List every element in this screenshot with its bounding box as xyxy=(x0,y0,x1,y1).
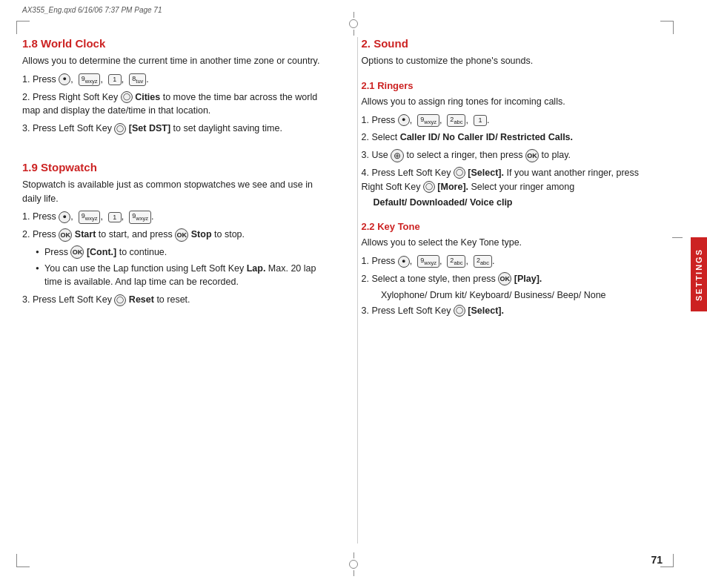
ok-key-1: OK xyxy=(59,228,72,242)
right-soft-key-2: ◯ xyxy=(423,181,435,193)
binding-mark-bottom xyxy=(349,552,358,576)
left-soft-key-1: ◯ xyxy=(114,123,126,135)
side-decorative-lines xyxy=(672,237,683,241)
step-1-8-2: 2. Press Right Soft Key ◯ Cities to move… xyxy=(22,90,324,119)
section-2-2-steps: 1. Press ●, 9wxyz, 2abc, 2abc. 2. Select… xyxy=(362,254,663,317)
key-2abc-3: 2abc xyxy=(474,255,492,268)
key-2abc-2: 2abc xyxy=(447,255,465,268)
step-2-2-3: 3. Press Left Soft Key ◯ [Select]. xyxy=(362,304,663,318)
corner-mark-tr xyxy=(660,21,674,34)
main-content: 1.8 World Clock Allows you to determine … xyxy=(22,37,663,544)
section-1-9-description: Stopwatch is available just as common st… xyxy=(22,178,324,206)
step-2-1-3: 3. Use to select a ringer, then press OK… xyxy=(362,148,663,162)
key-8tuv-1: 8tuv xyxy=(129,73,146,86)
bullet-1-9-2: You can use the Lap function using Left … xyxy=(36,262,324,290)
key-9wxyz-1: 9wxyz xyxy=(79,73,101,86)
section-2-1-steps: 1. Press ●, 9wxyz, 2abc, 1. 2. Select Ca… xyxy=(362,113,663,208)
section-1-8-title: 1.8 World Clock xyxy=(22,37,324,50)
menu-key-2: ● xyxy=(59,211,70,223)
step-2-1-4: 4. Press Left Soft Key ◯ [Select]. If yo… xyxy=(362,166,663,194)
page-header: AX355_Eng.qxd 6/16/06 7:37 PM Page 71 xyxy=(22,6,162,14)
left-soft-key-4: ◯ xyxy=(454,305,465,317)
corner-mark-tl xyxy=(16,21,30,34)
left-soft-key-3: ◯ xyxy=(454,167,465,179)
section-1-8-description: Allows you to determine the current time… xyxy=(22,54,324,68)
menu-key-1: ● xyxy=(59,73,70,85)
corner-mark-bl xyxy=(16,554,30,567)
step-1-9-1: 1. Press ●, 9wxyz, 1, 9wxyz. xyxy=(22,210,324,224)
section-1-9-title: 1.9 Stopwatch xyxy=(22,161,324,174)
section-2-1-description: Allows you to assign ring tones for inco… xyxy=(362,95,663,109)
step-2-1-2: 2. Select Caller ID/ No Caller ID/ Restr… xyxy=(362,131,663,145)
left-column: 1.8 World Clock Allows you to determine … xyxy=(22,37,335,544)
key-9wxyz-5: 9wxyz xyxy=(417,255,439,268)
step-1-8-1: 1. Press ●, 9wxyz, 1, 8tuv. xyxy=(22,73,324,87)
menu-key-3: ● xyxy=(398,114,410,126)
step-2-1-1: 1. Press ●, 9wxyz, 2abc, 1. xyxy=(362,113,663,128)
key-1-2: 1 xyxy=(108,212,122,223)
step-2-2-1: 1. Press ●, 9wxyz, 2abc, 2abc. xyxy=(362,254,663,268)
page-number: 71 xyxy=(651,554,663,566)
step-2-2-2: 2. Select a tone style, then press OK [P… xyxy=(362,272,663,286)
ok-key-3: OK xyxy=(70,245,84,259)
section-2-2-description: Allows you to select the Key Tone type. xyxy=(362,236,663,250)
ok-key-5: OK xyxy=(498,272,511,285)
bullet-1-9-1: Press OK [Cont.] to continue. xyxy=(36,245,324,260)
nav-key-1 xyxy=(391,149,404,162)
key-9wxyz-4: 9wxyz xyxy=(417,114,439,127)
section-2-title: 2. Sound xyxy=(362,37,663,50)
key-9wxyz-3: 9wxyz xyxy=(129,211,151,223)
left-soft-key-2: ◯ xyxy=(114,294,126,306)
ok-key-2: OK xyxy=(175,228,188,242)
tone-options: Xylophone/ Drum kit/ Keyboard/ Business/… xyxy=(374,290,663,300)
section-1-9-steps: 1. Press ●, 9wxyz, 1, 9wxyz. 2. Press OK… xyxy=(22,210,324,307)
settings-tab: SETTINGS xyxy=(691,237,707,311)
key-9wxyz-2: 9wxyz xyxy=(79,211,101,223)
bullet-list-1-9: Press OK [Cont.] to continue. You can us… xyxy=(36,245,324,289)
menu-key-4: ● xyxy=(398,256,410,268)
right-column: 2. Sound Options to customize the phone'… xyxy=(357,37,663,544)
step-1-8-3: 3. Press Left Soft Key ◯ [Set DST] to se… xyxy=(22,122,324,136)
section-2-description: Options to customize the phone's sounds. xyxy=(362,54,663,68)
step-1-9-2: 2. Press OK Start to start, and press OK… xyxy=(22,228,324,242)
ok-key-4: OK xyxy=(525,149,539,162)
right-soft-key-1: ◯ xyxy=(121,91,133,103)
binding-mark-top xyxy=(349,12,358,36)
section-2-1-title: 2.1 Ringers xyxy=(362,80,663,91)
section-1-8-steps: 1. Press ●, 9wxyz, 1, 8tuv. 2. Press Rig… xyxy=(22,73,324,136)
step-1-9-3: 3. Press Left Soft Key ◯ Reset to reset. xyxy=(22,293,324,307)
ringer-options: Default/ Downloaded/ Voice clip xyxy=(374,197,663,208)
key-2abc-1: 2abc xyxy=(447,114,465,127)
section-2-2-title: 2.2 Key Tone xyxy=(362,221,663,232)
key-1-1: 1 xyxy=(108,74,122,85)
key-1-3: 1 xyxy=(474,115,487,126)
